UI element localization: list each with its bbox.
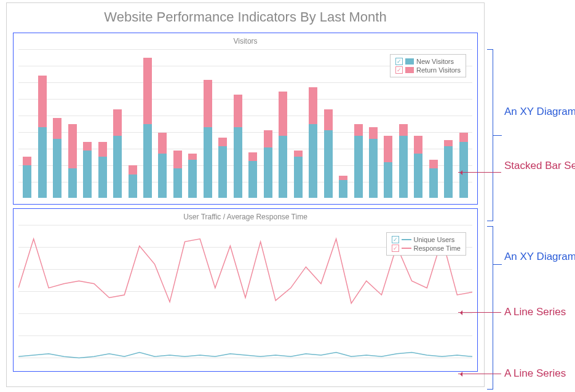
checkbox-icon[interactable]: ✓ xyxy=(395,58,403,65)
annotation-stacked-bar: Stacked Bar Series xyxy=(504,160,572,172)
legend-unique-users[interactable]: ✓ Unique Users xyxy=(392,235,461,244)
visitors-plot: ✓ New Visitors ✓ Return Visitors xyxy=(18,49,472,198)
bar xyxy=(20,49,34,198)
arrow-icon xyxy=(458,172,501,173)
bar xyxy=(65,49,79,198)
visitors-chart: Visitors ✓ New Visitors ✓ Return Visitor… xyxy=(13,33,478,205)
legend-label: Unique Users xyxy=(414,236,455,243)
bar xyxy=(185,49,200,198)
bar xyxy=(170,49,185,198)
checkbox-icon[interactable]: ✓ xyxy=(392,236,399,243)
bar xyxy=(95,49,109,198)
legend-response-time[interactable]: ✓ Response Time xyxy=(392,244,461,253)
line-swatch-icon xyxy=(402,239,411,240)
line-swatch-icon xyxy=(402,248,411,249)
bar xyxy=(155,49,170,198)
bar xyxy=(50,49,65,198)
visitors-chart-title: Visitors xyxy=(14,33,477,45)
bracket-tick-icon xyxy=(493,135,502,136)
bar xyxy=(336,49,351,198)
bar xyxy=(366,49,381,198)
bar xyxy=(215,49,230,198)
traffic-chart-title: User Traffic / Average Response Time xyxy=(14,209,477,221)
bar xyxy=(320,49,335,198)
arrow-icon xyxy=(458,312,501,313)
bracket-icon xyxy=(487,226,493,390)
checkbox-icon[interactable]: ✓ xyxy=(395,66,403,74)
bar xyxy=(80,49,95,198)
bar xyxy=(34,49,49,198)
annotation-line-series: A Line Series xyxy=(504,306,566,318)
swatch-icon xyxy=(405,67,414,73)
legend-return-visitors[interactable]: ✓ Return Visitors xyxy=(395,66,461,74)
bar xyxy=(290,49,305,198)
bar xyxy=(125,49,140,198)
bar xyxy=(276,49,290,198)
bar xyxy=(351,49,365,198)
bar xyxy=(110,49,125,198)
bar xyxy=(231,49,245,198)
legend-label: Return Visitors xyxy=(416,66,461,74)
bar xyxy=(200,49,215,198)
annotation-xy-diagram: An XY Diagram xyxy=(504,106,566,118)
chart-panel: Website Performance Indicators By Last M… xyxy=(6,2,485,387)
bar xyxy=(261,49,276,198)
bar xyxy=(140,49,155,198)
checkbox-icon[interactable]: ✓ xyxy=(392,245,399,252)
legend-new-visitors[interactable]: ✓ New Visitors xyxy=(395,57,461,66)
bracket-tick-icon xyxy=(493,264,502,265)
traffic-legend: ✓ Unique Users ✓ Response Time xyxy=(386,232,466,256)
bar xyxy=(306,49,320,198)
arrow-icon xyxy=(458,374,501,374)
traffic-chart: User Traffic / Average Response Time ✓ U… xyxy=(13,208,478,372)
traffic-plot: ✓ Unique Users ✓ Response Time xyxy=(18,225,472,365)
bar xyxy=(245,49,260,198)
annotation-line-series: A Line Series xyxy=(504,367,566,380)
visitors-legend: ✓ New Visitors ✓ Return Visitors xyxy=(390,54,466,77)
legend-label: New Visitors xyxy=(416,58,454,65)
swatch-icon xyxy=(405,58,414,65)
annotation-xy-diagram: An XY Diagram xyxy=(504,251,566,263)
bracket-icon xyxy=(487,49,493,221)
legend-label: Response Time xyxy=(414,245,461,252)
page-title: Website Performance Indicators By Last M… xyxy=(7,3,484,29)
